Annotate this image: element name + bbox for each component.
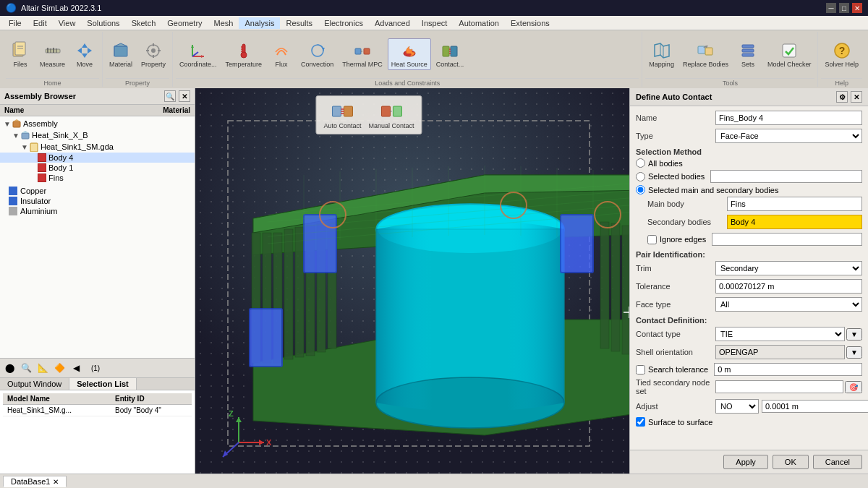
assembly-search-button[interactable]: 🔍 [164,90,176,102]
viewport[interactable]: X Z Auto Contact Manual Contact [195,88,629,474]
menu-electronics[interactable]: Electronics [318,17,369,29]
toolbar-property-button[interactable]: Property [137,38,169,71]
radio-selected-main-secondary[interactable]: Selected main and secondary bodies [636,185,862,194]
menu-file[interactable]: File [3,17,27,29]
dac-settings-button[interactable]: ⚙ [836,91,848,103]
shell-orientation-input[interactable] [715,345,845,359]
adjust-select[interactable]: NO YES [715,399,759,414]
ignore-edges-row[interactable]: Ignore edges [647,233,862,246]
face-type-select[interactable]: All Planar Cylindrical [715,297,862,312]
secondary-bodies-input[interactable] [727,215,862,229]
database1-tab[interactable]: DataBase1 ✕ [3,476,67,487]
toolbar-files-button[interactable]: Files [6,38,35,71]
tree-item-body4[interactable]: Body 4 [0,153,195,163]
adjust-value-input[interactable] [762,400,868,413]
toolbar-mapping-button[interactable]: Mapping [645,38,678,71]
material-aluminium[interactable]: Aluminium [4,206,190,216]
ok-button[interactable]: OK [773,455,809,469]
selected-bodies-input[interactable] [710,170,862,183]
toolbar-sets-button[interactable]: Sets [733,38,762,71]
radio-all-bodies[interactable]: All bodies [636,158,862,168]
material-insulator[interactable]: Insulator [4,196,190,206]
close-button[interactable]: ✕ [852,3,862,13]
radio-all-bodies-input[interactable] [636,158,645,168]
name-input[interactable] [715,111,862,125]
assembly-close-button[interactable]: ✕ [179,90,190,102]
search-tolerance-row[interactable]: Search tolerance [636,363,862,376]
apply-button[interactable]: Apply [723,455,768,469]
toolbar-coordinates-button[interactable]: Coordinate... [176,38,221,71]
menu-extensions[interactable]: Extensions [505,17,556,29]
svg-rect-121 [344,106,352,116]
menu-analysis[interactable]: Analysis [239,17,280,29]
toolbar-thermal-mpc-button[interactable]: Thermal MPC [339,38,386,71]
lb-back-button[interactable]: ◀ [68,360,84,376]
maximize-button[interactable]: □ [839,3,849,13]
ignore-edges-checkbox[interactable] [647,235,657,244]
surface-to-surface-checkbox[interactable] [636,417,645,427]
contact-type-select[interactable]: TIE GAP SLIDE [715,327,845,341]
type-select[interactable]: Face-Face Edge-Face Edge-Edge [715,129,862,143]
menu-solutions[interactable]: Solutions [81,17,125,29]
tied-node-set-input[interactable] [715,380,843,393]
search-tolerance-checkbox[interactable] [636,365,645,374]
toolbar-convection-button[interactable]: Convection [297,38,337,71]
menu-geometry[interactable]: Geometry [161,17,208,29]
lb-btn3[interactable]: 📐 [35,360,51,376]
lb-btn4[interactable]: 🔶 [51,360,67,376]
toolbar-model-checker-button[interactable]: Model Checker [764,38,815,71]
adjust-label: Adjust [636,402,715,411]
tied-node-set-button[interactable]: 🎯 [845,381,862,393]
radio-main-secondary-input[interactable] [636,185,645,194]
tree-item-heatsink-xb[interactable]: ▼ Heat_Sink_X_B [0,129,195,141]
dac-header-controls: ⚙ ✕ [836,91,862,103]
toolbar-heat-source-button[interactable]: Heat Source [388,38,431,71]
expand-assembly[interactable]: ▼ [3,120,12,128]
surface-to-surface-row[interactable]: Surface to surface [636,417,862,427]
tab-selection-list[interactable]: Selection List [69,378,137,390]
toolbar-contact-button[interactable]: Contact... [433,38,468,71]
trim-select[interactable]: Secondary Primary None [715,261,862,275]
thermal-mpc-label: Thermal MPC [342,61,383,69]
tree-item-fins[interactable]: Fins [0,173,195,183]
dac-close-button[interactable]: ✕ [851,91,862,103]
radio-selected-bodies[interactable]: Selected bodies [636,170,862,183]
toolbar-material-button[interactable]: Material [106,38,136,71]
database1-tab-close[interactable]: ✕ [53,478,59,486]
manual-contact-button[interactable]: Manual Contact [368,100,414,129]
menu-advanced[interactable]: Advanced [369,17,416,29]
tree-item-assembly[interactable]: ▼ Assembly [0,118,195,129]
lb-btn1[interactable]: ⬤ [1,360,17,376]
search-tolerance-input[interactable] [714,363,862,376]
menu-edit[interactable]: Edit [27,17,53,29]
auto-contact-button[interactable]: Auto Contact [323,100,361,129]
toolbar-solver-help-button[interactable]: ? Solver Help [821,38,862,71]
tree-item-body1[interactable]: Body 1 [0,163,195,173]
tab-output-window[interactable]: Output Window [0,378,69,390]
toolbar-move-button[interactable]: Move [70,38,99,71]
menu-inspect[interactable]: Inspect [416,17,453,29]
menu-view[interactable]: View [53,17,82,29]
shell-more-button[interactable]: ▼ [846,346,862,359]
toolbar-flux-button[interactable]: Flux [267,38,296,71]
material-copper[interactable]: Copper [4,186,190,196]
table-row[interactable]: Heat_Sink1_SM.g... Body "Body 4" [3,405,192,416]
contact-type-more-button[interactable]: ▼ [846,328,862,341]
tolerance-input[interactable] [715,279,862,294]
ignore-edges-input[interactable] [712,233,862,246]
lb-btn2[interactable]: 🔍 [18,360,34,376]
minimize-button[interactable]: ─ [826,3,836,13]
toolbar-temperature-button[interactable]: Temperature [222,38,266,71]
menu-mesh[interactable]: Mesh [208,17,239,29]
cancel-button[interactable]: Cancel [813,455,862,469]
toolbar-measure-button[interactable]: Measure [36,38,69,71]
radio-selected-bodies-input[interactable] [636,172,645,181]
toolbar-replace-bodies-button[interactable]: Replace Bodies [679,38,732,71]
expand-heatsink1[interactable]: ▼ [20,143,29,151]
main-body-input[interactable] [727,197,862,211]
menu-automation[interactable]: Automation [453,17,505,29]
tree-item-heatsink1[interactable]: ▼ Heat_Sink1_SM.gda [0,141,195,153]
expand-heatsink-xb[interactable]: ▼ [12,132,20,140]
menu-sketch[interactable]: Sketch [126,17,162,29]
menu-results[interactable]: Results [280,17,318,29]
